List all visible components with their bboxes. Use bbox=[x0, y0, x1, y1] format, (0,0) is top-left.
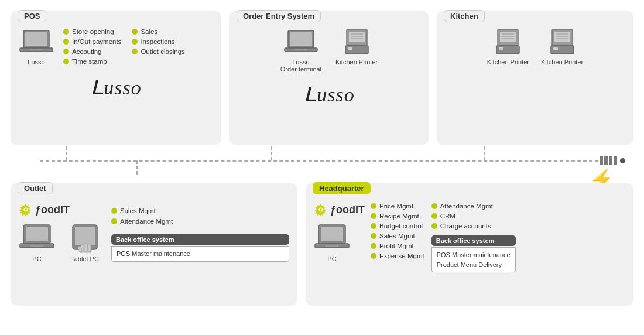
dot-icon bbox=[132, 29, 138, 35]
outlet-back-office-label: Back office system bbox=[111, 234, 289, 245]
dot-icon bbox=[132, 39, 138, 45]
order-entry-panel: Order Entry System LussoOrder terminal bbox=[229, 11, 429, 145]
svg-rect-16 bbox=[500, 32, 516, 42]
svg-rect-21 bbox=[499, 47, 503, 50]
oe-printer-label: Kitchen Printer bbox=[335, 59, 378, 66]
hq-budget-control: Budget control bbox=[371, 223, 424, 230]
pos-inner: Lusso Store opening In/Out payments bbox=[19, 28, 213, 66]
hq-price-mgmt: Price Mgmt bbox=[371, 203, 424, 210]
hub-bar bbox=[600, 156, 603, 165]
feature-inout-payments: In/Out payments bbox=[63, 38, 121, 45]
oe-inner: LussoOrder terminal bbox=[238, 28, 420, 73]
laptop-icon bbox=[19, 28, 54, 56]
outlet-inner: ƒoodIT bbox=[19, 203, 289, 262]
outlet-laptop-icon bbox=[19, 224, 55, 253]
pos-label: POS bbox=[18, 10, 46, 22]
hq-back-office-items: POS Master maintenanceProduct Menu Deliv… bbox=[431, 247, 516, 272]
dot-icon bbox=[63, 39, 69, 45]
dot-icon bbox=[63, 29, 69, 35]
dot-icon bbox=[371, 213, 376, 219]
gear-icon bbox=[19, 203, 33, 217]
svg-rect-47 bbox=[321, 227, 343, 241]
feature-inspections: Inspections bbox=[132, 38, 184, 45]
svg-rect-35 bbox=[30, 245, 43, 247]
svg-point-31 bbox=[25, 208, 27, 211]
vertical-line-outlet bbox=[136, 160, 138, 175]
svg-rect-14 bbox=[348, 47, 352, 50]
outlet-panel: Outlet ƒoodIT bbox=[11, 183, 297, 306]
feature-outlet-closings: Outlet closings bbox=[132, 48, 184, 55]
feature-store-opening: Store opening bbox=[63, 28, 121, 35]
hq-features: Price Mgmt Recipe Mgmt Budget control bbox=[371, 203, 625, 272]
hq-back-office-label: Back office system bbox=[431, 235, 516, 246]
lusso-order-label: LussoOrder terminal bbox=[280, 59, 321, 73]
network-hub-device bbox=[600, 156, 625, 165]
bottom-row: Outlet ƒoodIT bbox=[11, 183, 633, 306]
oe-lusso-logo: ʟusso bbox=[238, 77, 420, 108]
pos-feature-col1: Store opening In/Out payments Accouting bbox=[63, 28, 121, 65]
pos-device-label: Lusso bbox=[28, 59, 44, 66]
svg-rect-9 bbox=[349, 32, 365, 42]
dot-icon bbox=[63, 59, 69, 64]
svg-rect-37 bbox=[75, 227, 95, 245]
hq-sales-mgmt: Sales Mgmt bbox=[371, 233, 424, 240]
outlet-foodit-logo: ƒoodIT bbox=[19, 203, 103, 217]
hq-foodit-logo: ƒoodIT bbox=[314, 203, 365, 217]
svg-rect-23 bbox=[554, 32, 570, 42]
svg-rect-28 bbox=[553, 47, 558, 50]
hq-feature-col2-and-backoffice: Attendance Mgmt CRM Charge accounts bbox=[431, 203, 516, 272]
dot-icon bbox=[431, 213, 437, 219]
kitchen-panel: Kitchen Kitc bbox=[437, 11, 633, 145]
hq-pc-block: PC bbox=[314, 224, 350, 262]
pos-features: Store opening In/Out payments Accouting bbox=[63, 28, 185, 65]
hub-bar bbox=[614, 156, 617, 165]
svg-rect-41 bbox=[88, 244, 91, 252]
outlet-right: Sales Mgmt Attendance Mgmt Back office s… bbox=[111, 203, 289, 262]
order-entry-label: Order Entry System bbox=[237, 10, 321, 22]
hq-gear-icon bbox=[314, 203, 328, 217]
outlet-left: ƒoodIT bbox=[19, 203, 103, 262]
kitchen-inner: Kitchen Printer bbox=[445, 28, 625, 66]
outlet-feature-attendance: Attendance Mgmt bbox=[111, 218, 173, 225]
svg-rect-49 bbox=[326, 245, 338, 247]
hub-dot-icon bbox=[620, 158, 625, 163]
svg-rect-1 bbox=[25, 32, 47, 46]
dot-icon bbox=[63, 49, 69, 54]
kitchen-printer2-label: Kitchen Printer bbox=[541, 59, 583, 66]
pos-device-block: Lusso bbox=[19, 28, 54, 66]
hq-back-office: Back office system POS Master maintenanc… bbox=[431, 235, 516, 272]
top-row: POS Lusso bbox=[11, 11, 633, 145]
hq-expense-mgmt: Expense Mgmt bbox=[371, 252, 424, 259]
outlet-pc-label: PC bbox=[32, 255, 41, 262]
pos-feature-col2: Sales Inspections Outlet closings bbox=[132, 28, 184, 65]
pos-panel: POS Lusso bbox=[11, 11, 221, 145]
svg-rect-5 bbox=[290, 32, 312, 46]
kitchen-printer1-label: Kitchen Printer bbox=[487, 59, 529, 66]
hq-inner: ƒoodIT PC bbox=[314, 203, 625, 272]
dot-icon bbox=[371, 233, 376, 239]
hq-recipe-mgmt: Recipe Mgmt bbox=[371, 213, 424, 220]
hq-crm: CRM bbox=[431, 213, 516, 220]
kitchen-label: Kitchen bbox=[444, 10, 485, 22]
network-row: ⚡ bbox=[11, 146, 633, 175]
feature-sales: Sales bbox=[132, 28, 184, 35]
outlet-foodit-text: ƒoodIT bbox=[35, 204, 70, 216]
dot-icon bbox=[132, 49, 138, 54]
network-dashed-line bbox=[40, 160, 598, 162]
kitchen-printer-icon-1 bbox=[492, 28, 524, 56]
kitchen-printer1-block: Kitchen Printer bbox=[487, 28, 529, 66]
pos-lusso-logo: ʟusso bbox=[19, 70, 213, 101]
lusso-order-terminal-block: LussoOrder terminal bbox=[280, 28, 321, 73]
hq-pc-label: PC bbox=[327, 255, 336, 262]
hub-bar bbox=[609, 156, 612, 165]
svg-point-45 bbox=[320, 208, 322, 211]
kitchen-printer2-block: Kitchen Printer bbox=[541, 28, 583, 66]
main-container: POS Lusso bbox=[0, 0, 644, 335]
hq-feature-col2: Attendance Mgmt CRM Charge accounts bbox=[431, 203, 516, 230]
hq-foodit-text: ƒoodIT bbox=[330, 204, 365, 216]
dot-icon bbox=[371, 223, 376, 229]
order-laptop-icon bbox=[283, 28, 318, 56]
feature-timestamp: Time stamp bbox=[63, 58, 121, 65]
hq-attendance-mgmt: Attendance Mgmt bbox=[431, 203, 516, 210]
outlet-back-office: Back office system POS Master maintenanc… bbox=[111, 234, 289, 262]
